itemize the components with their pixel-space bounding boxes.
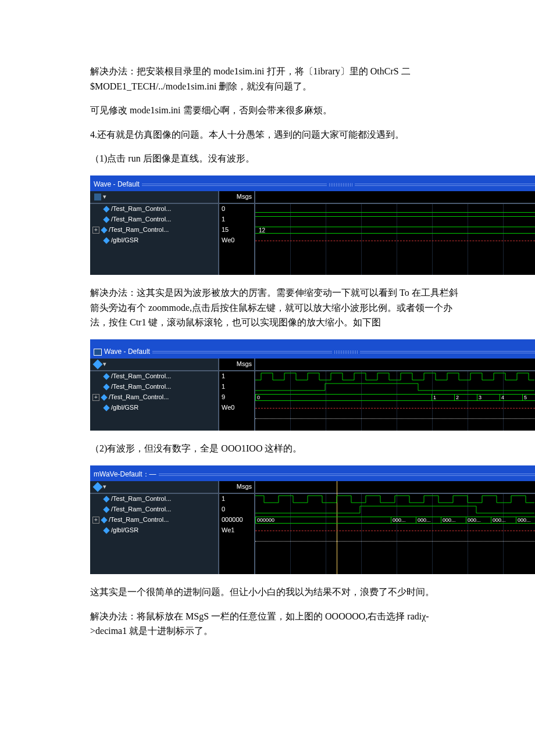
signal-diamond-icon: [103, 237, 109, 243]
paragraph-8: 解决办法：将鼠标放在 MSgS 一栏的任意位置，如上图的 OOOOOO,右击选择…: [90, 609, 465, 639]
msgs-value[interactable]: 000000: [219, 515, 254, 525]
wave-title-bar[interactable]: Wave - Default: [90, 178, 535, 191]
signal-row[interactable]: /Test_Ram_Control...: [90, 225, 218, 235]
clock-waveform: [255, 495, 534, 504]
wave-window-3: mWaVe-Default：— ▾ /Test_Ram_Control... /…: [90, 465, 535, 574]
signal-row[interactable]: /glbl/GSR: [90, 235, 218, 246]
signal-row[interactable]: /glbl/GSR: [90, 403, 218, 413]
msgs-value[interactable]: 15: [219, 225, 254, 235]
bus-waveform: 000000 000... 000... 000... 000... 000..…: [255, 517, 535, 524]
menu-icon[interactable]: [93, 360, 103, 370]
window-icon: [94, 349, 102, 356]
msgs-value[interactable]: 0: [219, 204, 254, 214]
wave-window-1: Wave - Default ▾ /Test_Ram_Control... /T…: [90, 175, 535, 275]
waveform-area[interactable]: 000000 000... 000... 000... 000... 000..…: [255, 481, 535, 574]
msgs-value[interactable]: We0: [219, 403, 254, 413]
signal-diamond-icon: [103, 404, 109, 411]
paragraph-6: （2)有波形，但没有数字，全是 OOO1IOO 这样的。: [90, 441, 465, 456]
signal-row[interactable]: /Test_Ram_Control...: [90, 371, 218, 382]
signal-diamond-icon: [103, 496, 109, 502]
msgs-value[interactable]: 0: [219, 504, 254, 515]
msgs-value[interactable]: We1: [219, 525, 254, 536]
signal-diamond-icon: [103, 527, 109, 533]
waveform-area[interactable]: 0 1 2 3 4 5: [255, 359, 535, 431]
signal-diamond-icon: [103, 216, 109, 223]
signal-row[interactable]: /Test_Ram_Control...: [90, 392, 218, 403]
signal-row[interactable]: /Test_Ram_Control...: [90, 504, 218, 515]
paragraph-3: 4.还有就是仿真图像的问题。本人十分愚笨，遇到的问题大家可能都没遇到。: [90, 127, 465, 142]
signal-waveform: [255, 382, 534, 392]
msgs-value[interactable]: 1: [219, 371, 254, 382]
wave-window-2: Wave - Default ▾ /Test_Ram_Control... /T…: [90, 339, 535, 431]
msgs-value[interactable]: 1: [219, 382, 254, 392]
menu-icon[interactable]: [94, 194, 101, 200]
signal-waveform: [255, 505, 534, 514]
signal-diamond-icon: [101, 394, 107, 400]
signal-row[interactable]: /glbl/GSR: [90, 525, 218, 536]
signal-diamond-icon: [103, 506, 109, 513]
msgs-value[interactable]: 9: [219, 392, 254, 403]
menu-icon[interactable]: [93, 482, 103, 492]
bus-value: 12: [255, 227, 535, 234]
paragraph-1: 解决办法：把安装根目录里的 mode1sim.ini 打开，将〔1ibrary〕…: [90, 64, 465, 94]
msgs-header: Msgs: [219, 481, 254, 494]
wave-title-bar[interactable]: Wave - Default: [90, 345, 535, 359]
signal-diamond-icon: [101, 227, 107, 233]
paragraph-5: 解决办法：这其实是因为波形被放大的厉害。需要伸缩变动一下就可以看到 To 在工具…: [90, 285, 465, 330]
paragraph-2: 可见修改 mode1sim.ini 需要细心啊，否则会带来很多麻烦。: [90, 103, 465, 118]
paragraph-7: 这其实是一个很简单的进制问题。但让小小白的我以为结果不对，浪费了不少时间。: [90, 585, 465, 600]
wave-title-text: mWaVe-Default：—: [94, 469, 156, 480]
msgs-header: Msgs: [219, 191, 254, 204]
drag-handle-icon[interactable]: [329, 183, 352, 187]
signal-diamond-icon: [103, 206, 109, 212]
signal-diamond-icon: [103, 373, 109, 379]
drag-handle-icon[interactable]: [334, 350, 358, 354]
clock-waveform: [255, 372, 534, 381]
signal-row[interactable]: /Test_Ram_Control...: [90, 382, 218, 392]
msgs-value[interactable]: We0: [219, 235, 254, 246]
signal-row[interactable]: /Test_Ram_Control...: [90, 214, 218, 225]
signal-row[interactable]: /Test_Ram_Control...: [90, 494, 218, 504]
msgs-value[interactable]: 1: [219, 214, 254, 225]
signal-diamond-icon: [101, 517, 107, 523]
msgs-value[interactable]: 1: [219, 494, 254, 504]
signal-diamond-icon: [103, 384, 109, 390]
msgs-header: Msgs: [219, 359, 254, 371]
waveform-area[interactable]: 12: [255, 191, 535, 275]
wave-title-text: Wave - Default: [104, 346, 150, 357]
signal-row[interactable]: /Test_Ram_Control...: [90, 204, 218, 214]
wave-title-text: Wave - Default: [94, 179, 140, 190]
bus-waveform: 0 1 2 3 4 5: [255, 394, 535, 401]
wave-title-bar[interactable]: mWaVe-Default：—: [90, 468, 535, 481]
signal-row[interactable]: /Test_Ram_Control...: [90, 515, 218, 525]
paragraph-4: （1)点击 run 后图像是直线。没有波形。: [90, 151, 465, 166]
